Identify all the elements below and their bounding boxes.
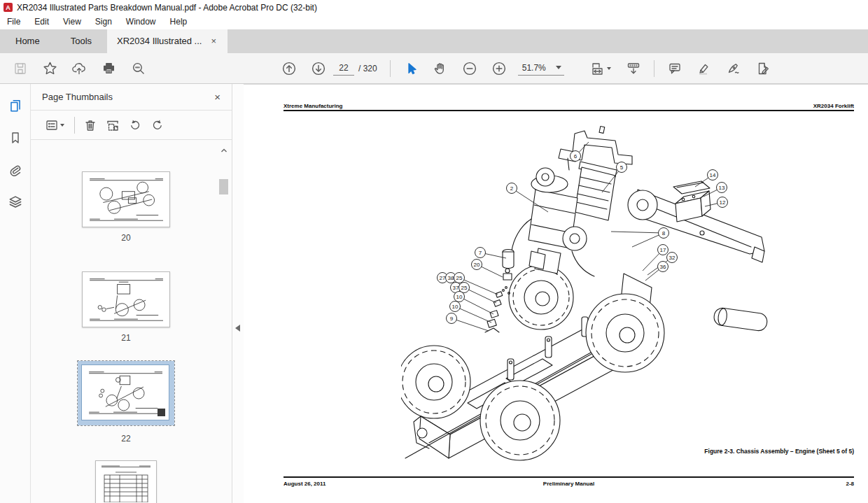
panel-separator (74, 117, 75, 134)
content-area: Page Thumbnails × (0, 84, 868, 503)
scroll-up-button[interactable] (219, 146, 228, 155)
svg-text:2: 2 (510, 185, 514, 192)
callout-10a: 10 (454, 292, 465, 302)
attachments-rail-button[interactable] (5, 160, 26, 180)
rotate-counterclockwise-button[interactable] (125, 115, 145, 135)
svg-text:9: 9 (450, 316, 454, 322)
hand-tool-button[interactable] (428, 57, 452, 80)
acrobat-app-icon: A (4, 3, 13, 12)
next-page-button[interactable] (307, 57, 330, 80)
document-pane[interactable]: Xtreme Manufacturing XR2034 Forklift (244, 84, 868, 503)
tab-home[interactable]: Home (0, 29, 55, 53)
menu-bar: File Edit View Sign Window Help (0, 15, 868, 29)
pdf-header-right: XR2034 Forklift (813, 103, 854, 109)
thumbnail-sketch (83, 272, 169, 327)
toolbar-collapse-icon (626, 61, 641, 76)
pdf-footer-page: 2-8 (846, 481, 854, 487)
menu-window[interactable]: Window (119, 15, 163, 29)
engine-assembly (512, 149, 617, 276)
bookmarks-rail-button[interactable] (5, 127, 26, 148)
navigation-rail (0, 84, 31, 503)
pdf-footer-rule (284, 476, 854, 478)
pen-nib-icon (726, 61, 741, 76)
page-fit-dropdown-button[interactable] (585, 57, 616, 80)
menu-help[interactable]: Help (163, 15, 195, 29)
thumbnail-page-22-selected[interactable] (78, 361, 174, 425)
callout-8: 8 (659, 228, 669, 239)
bookmark-icon (8, 131, 22, 145)
star-icon (43, 61, 57, 76)
thumbnail-page-20[interactable] (82, 171, 170, 227)
fit-width-icon (590, 61, 606, 76)
panel-title: Page Thumbnails (42, 92, 113, 102)
tab-document[interactable]: XR2034 Illustrated ... × (107, 29, 227, 53)
thumbnail-options-button[interactable] (41, 115, 69, 135)
previous-page-button[interactable] (277, 57, 301, 80)
menu-file[interactable]: File (0, 15, 27, 29)
print-icon (102, 61, 116, 76)
highlight-button[interactable] (692, 57, 716, 80)
callout-7: 7 (475, 248, 486, 258)
caret-down-icon (60, 124, 64, 127)
thumbnail-page-23[interactable] (95, 460, 157, 503)
svg-text:7: 7 (479, 250, 482, 256)
insert-pages-button[interactable] (103, 115, 122, 135)
callout-2: 2 (507, 183, 517, 194)
comment-bubble-icon (667, 61, 682, 76)
rotate-cw-icon (150, 118, 164, 132)
tab-close-icon[interactable]: × (209, 29, 218, 53)
title-bar: A XR2034 Illustrated Parts Breakdown Man… (0, 0, 868, 15)
favorites-button[interactable] (38, 57, 62, 80)
select-tool-button[interactable] (399, 57, 423, 80)
chassis-assembly-diagram: 6 5 2 14 13 12 8 17 32 36 7 20 27 38 25 … (401, 114, 772, 467)
cloud-upload-button[interactable] (67, 57, 91, 80)
thumbnail-label-21: 21 (82, 333, 170, 343)
svg-text:25: 25 (461, 285, 468, 291)
comment-button[interactable] (663, 57, 687, 80)
panel-close-icon[interactable]: × (214, 91, 220, 103)
wheel-rear-mid (509, 265, 573, 330)
thumbnail-sketch (82, 365, 169, 420)
thumbnail-page-21[interactable] (82, 271, 170, 327)
caret-down-icon (607, 67, 611, 70)
rotate-clockwise-button[interactable] (148, 115, 167, 135)
cloud-upload-icon (71, 61, 87, 76)
tab-tools[interactable]: Tools (55, 29, 107, 53)
menu-edit[interactable]: Edit (27, 15, 56, 29)
fill-sign-button[interactable] (722, 57, 746, 80)
zoom-level-value: 51.7% (522, 63, 546, 73)
hand-icon (433, 61, 447, 76)
wheel-right (586, 294, 664, 372)
print-button[interactable] (97, 57, 120, 80)
collapse-toolbar-button[interactable] (622, 57, 645, 80)
zoom-in-button[interactable] (487, 57, 511, 80)
thumbnail-page-22[interactable] (81, 364, 169, 420)
layers-icon (8, 194, 23, 210)
callout-6: 6 (570, 151, 581, 162)
search-button[interactable] (126, 57, 150, 80)
delete-pages-button[interactable] (80, 115, 100, 135)
pdf-header-left: Xtreme Manufacturing (284, 103, 342, 109)
menu-view[interactable]: View (56, 15, 88, 29)
plus-circle-icon (491, 61, 507, 76)
page-number-input[interactable] (333, 62, 354, 76)
save-icon (13, 62, 27, 76)
panel-collapse-strip (232, 84, 244, 503)
edit-pdf-button[interactable] (751, 57, 775, 80)
svg-text:8: 8 (662, 230, 666, 236)
selection-handle[interactable] (158, 409, 165, 416)
zoom-out-button[interactable] (458, 57, 482, 80)
zoom-level-dropdown[interactable]: 51.7% (518, 62, 564, 76)
svg-text:10: 10 (456, 294, 463, 300)
save-button[interactable] (8, 57, 32, 80)
thumbnail-label-20: 20 (82, 233, 170, 243)
pdf-footer-title: Preliminary Manual (284, 481, 854, 487)
layers-rail-button[interactable] (5, 192, 26, 213)
menu-sign[interactable]: Sign (88, 15, 119, 29)
page-thumbnails-rail-button[interactable] (5, 95, 26, 116)
collapse-panel-icon[interactable] (235, 325, 240, 332)
panel-scrollbar[interactable] (219, 146, 228, 481)
highlighter-icon (696, 61, 712, 76)
scrollbar-thumb[interactable] (219, 179, 228, 194)
svg-text:10: 10 (452, 304, 458, 310)
